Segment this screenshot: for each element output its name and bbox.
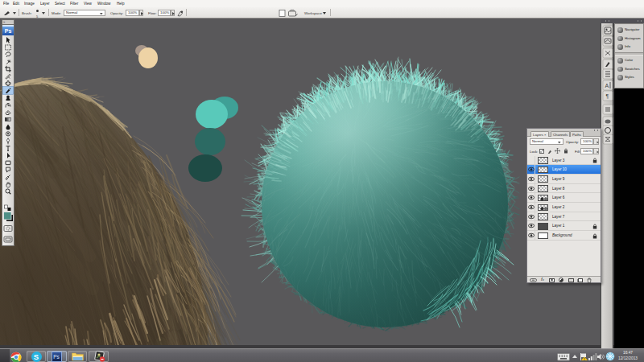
svg-text:A: A [605, 83, 609, 88]
svg-text:¶: ¶ [606, 93, 609, 99]
